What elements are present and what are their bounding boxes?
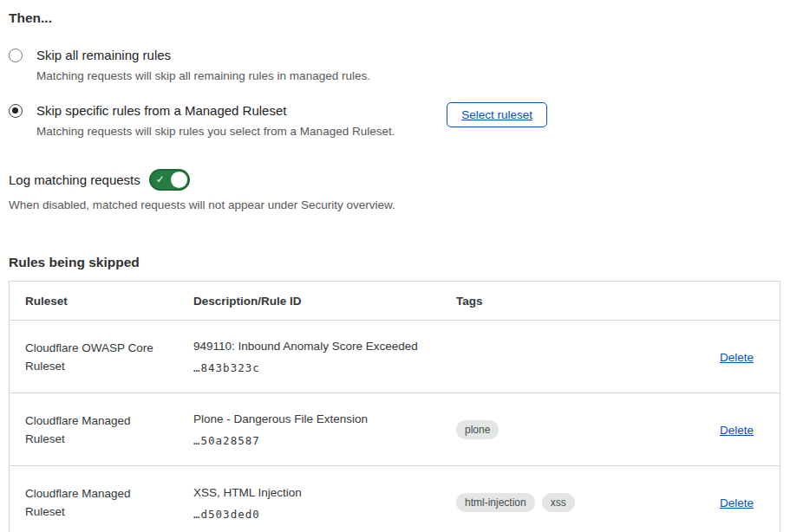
column-header-tags: Tags bbox=[456, 295, 682, 308]
tags-cell: html-injection xss bbox=[456, 493, 682, 512]
rule-description: XSS, HTML Injection bbox=[193, 485, 456, 501]
tag-badge: xss bbox=[542, 493, 575, 512]
toggle-knob bbox=[171, 172, 187, 188]
option-skip-specific-description: Matching requests will skip rules you se… bbox=[36, 124, 436, 139]
option-skip-specific: Skip specific rules from a Managed Rules… bbox=[9, 102, 781, 139]
option-skip-all-description: Matching requests will skip all remainin… bbox=[36, 68, 781, 83]
table-row: Cloudflare OWASP Core Ruleset 949110: In… bbox=[10, 321, 780, 393]
rule-description: 949110: Inbound Anomaly Score Exceeded bbox=[193, 339, 456, 354]
table-row: Cloudflare Managed Ruleset XSS, HTML Inj… bbox=[10, 466, 780, 532]
log-matching-row: Log matching requests ✓ bbox=[9, 169, 781, 191]
delete-rule-link[interactable]: Delete bbox=[720, 424, 754, 437]
delete-rule-link[interactable]: Delete bbox=[720, 496, 754, 509]
radio-skip-all-remaining[interactable] bbox=[9, 49, 23, 62]
tag-badge: html-injection bbox=[456, 493, 535, 512]
column-header-description: Description/Rule ID bbox=[193, 295, 456, 308]
option-skip-all: Skip all remaining rules Matching reques… bbox=[9, 47, 781, 83]
option-skip-specific-label[interactable]: Skip specific rules from a Managed Rules… bbox=[36, 102, 436, 120]
tag-badge: plone bbox=[456, 420, 499, 439]
rules-table: Ruleset Description/Rule ID Tags Cloudfl… bbox=[9, 281, 780, 532]
table-header-row: Ruleset Description/Rule ID Tags bbox=[10, 282, 780, 321]
check-icon: ✓ bbox=[156, 172, 165, 187]
column-header-ruleset: Ruleset bbox=[25, 295, 193, 308]
log-matching-help-text: When disabled, matched requests will not… bbox=[9, 198, 781, 211]
ruleset-name: Cloudflare Managed Ruleset bbox=[25, 484, 193, 521]
rule-description: Plone - Dangerous File Extension bbox=[193, 412, 456, 427]
option-skip-all-label[interactable]: Skip all remaining rules bbox=[36, 47, 781, 64]
select-ruleset-button[interactable]: Select ruleset bbox=[447, 102, 547, 127]
rule-id: …50a28587 bbox=[193, 434, 456, 447]
ruleset-name: Cloudflare OWASP Core Ruleset bbox=[25, 339, 193, 375]
radio-skip-specific[interactable] bbox=[9, 104, 23, 118]
table-row: Cloudflare Managed Ruleset Plone - Dange… bbox=[10, 393, 780, 466]
rules-table-heading: Rules being skipped bbox=[9, 255, 781, 270]
ruleset-name: Cloudflare Managed Ruleset bbox=[25, 412, 193, 448]
tags-cell: plone bbox=[456, 420, 682, 439]
then-heading: Then... bbox=[9, 10, 781, 26]
delete-rule-link[interactable]: Delete bbox=[720, 351, 754, 364]
log-matching-label: Log matching requests bbox=[9, 172, 140, 187]
rule-id: …d503ded0 bbox=[193, 508, 456, 521]
rule-id: …843b323c bbox=[193, 361, 456, 374]
log-requests-toggle[interactable]: ✓ bbox=[149, 169, 190, 191]
